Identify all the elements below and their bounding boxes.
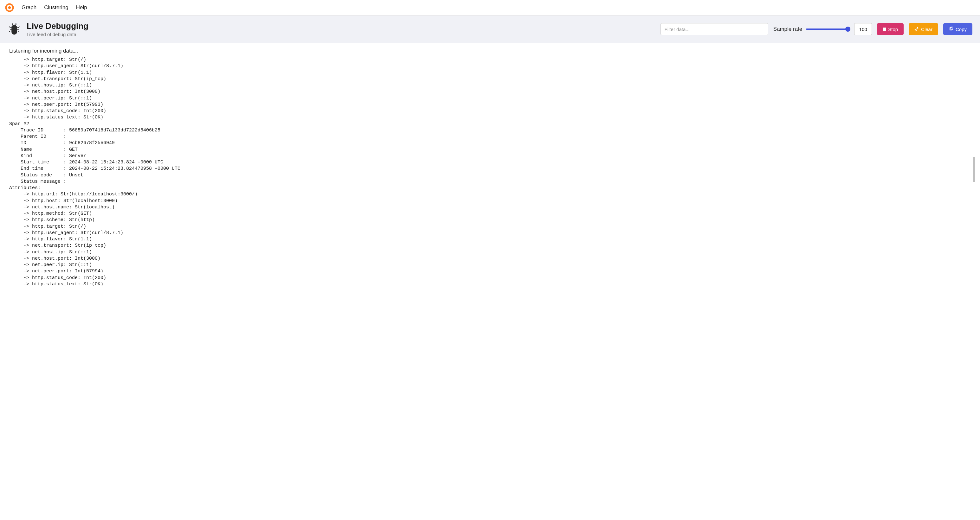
- header-title-wrap: Live Debugging Live feed of debug data: [27, 21, 88, 37]
- svg-point-1: [8, 6, 11, 9]
- nav-help[interactable]: Help: [76, 5, 87, 11]
- bug-icon: [8, 22, 21, 36]
- scrollbar-thumb[interactable]: [973, 157, 975, 182]
- svg-point-2: [12, 24, 13, 25]
- sample-rate-control: Sample rate: [773, 23, 872, 35]
- header-bar: Live Debugging Live feed of debug data S…: [0, 16, 980, 43]
- debug-output[interactable]: -> http.target: Str(/) -> http.user_agen…: [9, 57, 976, 287]
- broom-icon: [915, 27, 919, 32]
- filter-input[interactable]: [660, 23, 768, 35]
- copy-button-label: Copy: [956, 27, 967, 32]
- clear-button-label: Clear: [921, 27, 932, 32]
- page-title: Live Debugging: [27, 21, 88, 31]
- stop-icon: [883, 27, 886, 31]
- stop-button-label: Stop: [888, 27, 898, 32]
- sample-rate-slider[interactable]: [806, 29, 850, 30]
- svg-point-3: [15, 24, 16, 25]
- nav-links: Graph Clustering Help: [22, 5, 87, 11]
- nav-clustering[interactable]: Clustering: [44, 5, 68, 11]
- top-nav: Graph Clustering Help: [0, 0, 980, 16]
- nav-graph[interactable]: Graph: [22, 5, 37, 11]
- sample-rate-value[interactable]: [854, 23, 872, 35]
- page-subtitle: Live feed of debug data: [27, 32, 88, 37]
- clear-button[interactable]: Clear: [909, 23, 938, 35]
- copy-button[interactable]: Copy: [943, 23, 972, 35]
- content-panel: Listening for incoming data... -> http.t…: [4, 43, 976, 512]
- header-left: Live Debugging Live feed of debug data: [8, 21, 141, 37]
- listening-status: Listening for incoming data...: [9, 48, 976, 54]
- copy-icon: [949, 27, 953, 32]
- app-logo: [5, 3, 14, 12]
- stop-button[interactable]: Stop: [877, 23, 904, 35]
- sample-rate-label: Sample rate: [773, 26, 802, 32]
- header-controls: Sample rate Stop Clear Copy: [147, 23, 972, 35]
